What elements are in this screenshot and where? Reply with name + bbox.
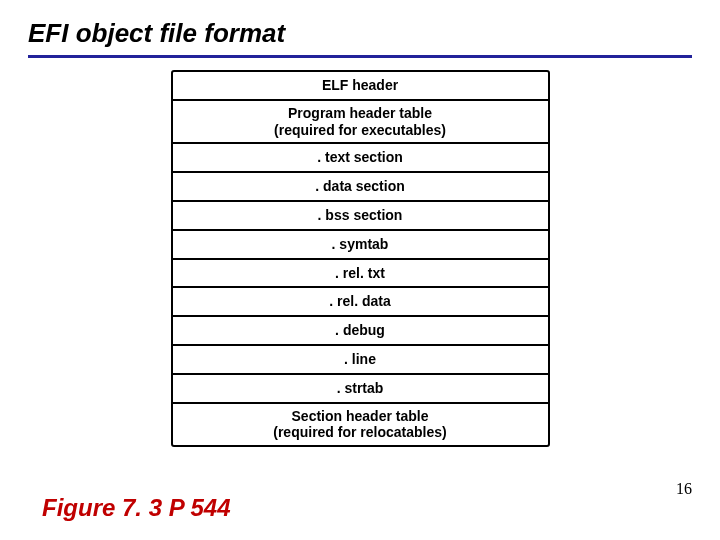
elf-row-program-header-table: Program header table(required for execut… [173, 101, 548, 145]
slide: EFI object file format ELF header Progra… [0, 0, 720, 540]
elf-table-wrap: ELF header Program header table(required… [28, 70, 692, 447]
elf-row-rel-txt: . rel. txt [173, 260, 548, 289]
figure-caption: Figure 7. 3 P 544 [42, 494, 231, 522]
title-underline [28, 55, 692, 58]
page-number: 16 [676, 480, 692, 498]
elf-row-symtab: . symtab [173, 231, 548, 260]
elf-row-rel-data: . rel. data [173, 288, 548, 317]
elf-row-debug: . debug [173, 317, 548, 346]
elf-table: ELF header Program header table(required… [171, 70, 550, 447]
elf-row-data-section: . data section [173, 173, 548, 202]
elf-row-text-section: . text section [173, 144, 548, 173]
elf-row-header: ELF header [173, 72, 548, 101]
elf-row-line: . line [173, 346, 548, 375]
elf-row-strtab: . strtab [173, 375, 548, 404]
elf-row-bss-section: . bss section [173, 202, 548, 231]
slide-title: EFI object file format [28, 18, 692, 49]
elf-row-section-header-table: Section header table(required for reloca… [173, 404, 548, 446]
